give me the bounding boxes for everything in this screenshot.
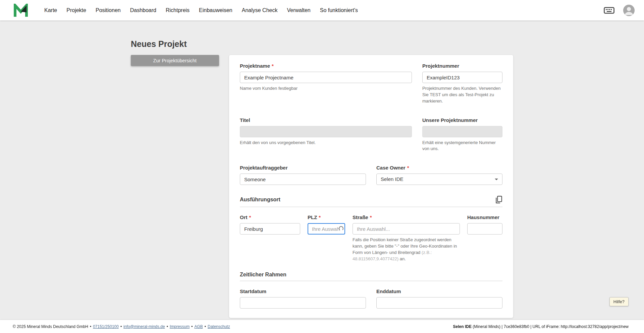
field-projektname: Projektname * Name vom Kunden festlegbar bbox=[240, 63, 412, 105]
projektname-helper: Name vom Kunden festlegbar bbox=[240, 85, 412, 92]
startdatum-input[interactable] bbox=[240, 297, 366, 309]
field-ort: Ort * bbox=[240, 214, 300, 262]
navbar-right bbox=[604, 5, 635, 16]
field-projektauftraggeber: Projektauftraggeber bbox=[240, 165, 366, 185]
field-projektnummer: Projektnummer Projektnummer des Kunden. … bbox=[422, 63, 502, 105]
required-asterisk: * bbox=[407, 165, 409, 171]
chevron-down-icon bbox=[495, 179, 498, 180]
footer-session-details: (Mineral Minds) | 7ce360e83fb0 | URL of … bbox=[472, 324, 629, 329]
case-owner-label: Case Owner bbox=[376, 165, 406, 171]
divider bbox=[240, 207, 502, 207]
startdatum-label: Startdatum bbox=[240, 288, 266, 294]
phone-link[interactable]: 07151/250100 bbox=[93, 324, 119, 329]
titel-helper: Erhält den von uns vorgegebenen Titel. bbox=[240, 140, 412, 146]
footer-username: Selen IDE bbox=[453, 324, 472, 329]
impressum-link[interactable]: Impressum bbox=[170, 324, 190, 329]
top-navbar: Karte Projekte Positionen Dashboard Rich… bbox=[0, 0, 644, 20]
footer-session-info: Selen IDE (Mineral Minds) | 7ce360e83fb0… bbox=[453, 324, 629, 329]
back-to-project-overview-button[interactable]: Zur Projektübersicht bbox=[131, 55, 219, 66]
left-column: Zur Projektübersicht bbox=[131, 55, 229, 66]
enddatum-input[interactable] bbox=[376, 297, 502, 309]
projektnummer-label: Projektnummer bbox=[422, 63, 459, 69]
logo[interactable] bbox=[13, 4, 28, 17]
projektnummer-input[interactable] bbox=[422, 72, 502, 83]
divider bbox=[240, 281, 502, 281]
projektauftraggeber-input[interactable] bbox=[240, 174, 366, 185]
field-hausnummer: Hausnummer bbox=[467, 214, 502, 262]
copyright-text: © 2025 Mineral Minds Deutschland GmbH bbox=[13, 324, 88, 329]
field-startdatum: Startdatum bbox=[240, 288, 366, 309]
unsere-projektnummer-label: Unsere Projektnummer bbox=[422, 117, 478, 123]
plz-label: PLZ bbox=[308, 214, 317, 220]
unsere-projektnummer-input bbox=[422, 126, 502, 137]
case-owner-select[interactable]: Selen IDE bbox=[376, 174, 502, 185]
nav-item-dashboard[interactable]: Dashboard bbox=[125, 4, 161, 16]
nav-item-einbauweisen[interactable]: Einbauweisen bbox=[194, 4, 237, 16]
datenschutz-link[interactable]: Datenschutz bbox=[208, 324, 230, 329]
projektnummer-helper: Projektnummer des Kunden. Verwenden Sie … bbox=[422, 85, 502, 105]
footer-left: © 2025 Mineral Minds Deutschland GmbH • … bbox=[13, 324, 230, 329]
ort-label: Ort bbox=[240, 214, 248, 220]
section-ausfuehrungsort: Ausführungsort bbox=[240, 197, 280, 203]
help-button[interactable]: Hilfe? bbox=[609, 297, 629, 306]
field-titel: Titel Erhält den von uns vorgegebenen Ti… bbox=[240, 117, 412, 152]
field-case-owner: Case Owner * Selen IDE bbox=[376, 165, 502, 185]
nav-item-positionen[interactable]: Positionen bbox=[91, 4, 125, 16]
keyboard-icon[interactable] bbox=[604, 7, 614, 14]
required-asterisk: * bbox=[319, 214, 321, 220]
projektname-input[interactable] bbox=[240, 72, 412, 83]
strasse-helper: Falls die Position keiner Straße zugeord… bbox=[353, 237, 460, 262]
logo-icon bbox=[13, 4, 28, 17]
field-plz: PLZ * bbox=[308, 214, 345, 262]
ort-input[interactable] bbox=[240, 223, 300, 235]
case-owner-value: Selen IDE bbox=[381, 174, 404, 185]
strasse-input[interactable] bbox=[353, 223, 460, 235]
field-unsere-projektnummer: Unsere Projektnummer Erhält eine systemg… bbox=[422, 117, 502, 152]
enddatum-label: Enddatum bbox=[376, 288, 401, 294]
projektname-label: Projektname bbox=[240, 63, 270, 69]
section-zeitlicher-rahmen: Zeitlicher Rahmen bbox=[240, 272, 286, 278]
user-icon bbox=[623, 5, 635, 16]
required-asterisk: * bbox=[272, 63, 274, 69]
copy-icon[interactable] bbox=[495, 196, 502, 204]
unsere-projektnummer-helper: Erhält eine systemgenerierte Nummer von … bbox=[422, 140, 502, 152]
project-form-card: Projektname * Name vom Kunden festlegbar… bbox=[229, 55, 513, 318]
hausnummer-label: Hausnummer bbox=[467, 214, 499, 220]
required-asterisk: * bbox=[249, 214, 251, 220]
main-content: Neues Projekt Zur Projektübersicht Proje… bbox=[131, 39, 513, 333]
projektauftraggeber-label: Projektauftraggeber bbox=[240, 165, 288, 171]
nav-item-richtpreis[interactable]: Richtpreis bbox=[161, 4, 194, 16]
page-title: Neues Projekt bbox=[131, 39, 513, 49]
nav-item-karte[interactable]: Karte bbox=[40, 4, 62, 16]
titel-label: Titel bbox=[240, 117, 250, 123]
nav-items: Karte Projekte Positionen Dashboard Rich… bbox=[40, 4, 363, 16]
field-enddatum: Enddatum bbox=[376, 288, 502, 309]
nav-item-analyse-check[interactable]: Analyse Check bbox=[237, 4, 282, 16]
titel-input bbox=[240, 126, 412, 137]
nav-item-so-funktionierts[interactable]: So funktioniert's bbox=[315, 4, 363, 16]
avatar[interactable] bbox=[623, 5, 635, 16]
hausnummer-input[interactable] bbox=[467, 223, 502, 235]
nav-item-verwalten[interactable]: Verwalten bbox=[282, 4, 315, 16]
email-link[interactable]: info@mineral-minds.de bbox=[123, 324, 165, 329]
footer: © 2025 Mineral Minds Deutschland GmbH • … bbox=[0, 320, 644, 333]
strasse-label: Straße bbox=[353, 214, 368, 220]
agb-link[interactable]: AGB bbox=[194, 324, 203, 329]
nav-item-projekte[interactable]: Projekte bbox=[62, 4, 91, 16]
required-asterisk: * bbox=[370, 214, 372, 220]
field-strasse: Straße * Falls die Position keiner Straß… bbox=[353, 214, 460, 262]
